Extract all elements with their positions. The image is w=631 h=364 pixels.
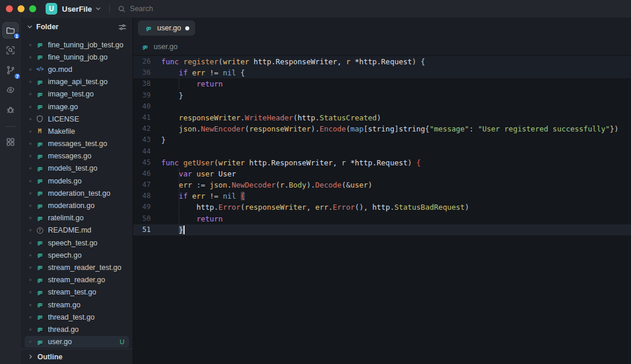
file-dot-icon [29,155,32,157]
file-dot-icon [29,143,32,145]
file-row[interactable]: gospeech.go [25,249,129,261]
go-file-icon: go [35,203,44,209]
go-file-icon: go [35,302,44,307]
file-row[interactable]: gostream_reader.go [25,274,129,286]
file-row[interactable]: gomessages_test.go [25,138,129,150]
line-number: 46 [133,168,161,179]
file-row[interactable]: gomodels.go [25,175,129,187]
code-line[interactable]: 47 err := json.NewDecoder(r.Body).Decode… [133,179,631,190]
code-line[interactable]: 46 var user User [133,168,631,179]
extensions-button[interactable] [2,134,19,150]
go-file-icon: go [35,166,44,171]
file-row[interactable]: gothread_test.go [25,311,129,323]
file-name: image.go [48,103,127,111]
code-line[interactable]: 40 [133,101,631,112]
debug-panel-button[interactable] [2,102,19,118]
project-badge[interactable]: U [46,3,57,15]
file-row[interactable]: LICENSE [25,113,129,125]
go-file-icon: go [35,278,44,283]
code-line[interactable]: 49 http.Error(responseWriter, err.Error(… [133,202,631,213]
go-file-icon: go [35,92,44,97]
code-line[interactable]: 38 return [133,78,631,89]
file-row[interactable]: goimage.go [25,100,129,113]
code-line[interactable]: 50 return [133,213,631,224]
file-row[interactable]: goimage_api_test.go [25,76,129,88]
breadcrumb-label: user.go [154,43,178,51]
line-number: 43 [133,134,161,145]
file-dot-icon [29,291,32,293]
close-window-button[interactable] [6,5,13,12]
file-row[interactable]: ?README.md [25,224,129,237]
code-line[interactable]: 36 if err != nil { [133,67,631,78]
text-cursor [183,226,185,234]
code-line[interactable]: 43} [133,134,631,145]
file-row[interactable]: gomoderation.go [25,199,129,212]
file-name: stream_reader_test.go [48,264,127,272]
file-dot-icon [29,81,32,83]
file-dot-icon [29,56,32,58]
file-row[interactable]: gomessages.go [25,150,129,162]
go-file-icon: go [35,154,44,159]
file-row[interactable]: gostream_test.go [25,286,129,299]
go-file-icon: go [35,339,44,345]
project-name[interactable]: UserFile [62,5,92,13]
project-panel-button[interactable]: 1 [2,22,19,39]
code-line[interactable]: 41 responseWriter.WriteHeader(http.Statu… [133,112,631,123]
go-file-icon: go [35,54,44,60]
code-line[interactable]: 44 [133,146,631,157]
file-row[interactable]: MMakefile [25,125,129,137]
file-row[interactable]: goratelimit.go [25,212,129,224]
code-line[interactable]: 26func register(writer http.ResponseWrit… [133,56,631,67]
search-panel-button[interactable] [2,42,19,58]
file-row[interactable]: gofine_tuning_job.go [25,51,129,63]
titlebar-divider [109,5,110,13]
file-row[interactable]: goimage_test.go [25,88,129,100]
git-panel-button[interactable]: 7 [2,62,19,78]
zoom-window-button[interactable] [29,5,36,12]
filter-icon[interactable] [118,23,127,32]
file-row[interactable]: gothread.go [25,323,129,335]
breadcrumb[interactable]: go user.go [133,39,631,55]
file-name: fine_tuning_job_test.go [48,41,127,49]
file-dot-icon [29,217,32,219]
file-dot-icon [29,229,32,231]
file-row[interactable]: gostream_reader_test.go [25,261,129,273]
code-line[interactable]: 42 json.NewEncoder(responseWriter).Encod… [133,123,631,134]
folder-section-header[interactable]: Folder [21,18,133,36]
line-number: 39 [133,90,161,101]
code-line[interactable]: 51 } [133,224,631,235]
code-line[interactable]: 45func getUser(writer http.ResponseWrite… [133,157,631,168]
go-file-icon: go [35,290,44,295]
activity-rail: 1 7 [0,18,21,364]
go-file-icon: go [35,42,44,47]
tab-user-go[interactable]: go user.go [138,20,195,36]
file-name: moderation.go [48,202,127,210]
file-row[interactable]: gomoderation_test.go [25,187,129,199]
traffic-lights [6,5,36,12]
file-row[interactable]: gofine_tuning_job_test.go [25,39,129,51]
minimize-window-button[interactable] [18,5,25,12]
global-search[interactable]: Search [118,5,153,13]
file-row[interactable]: gostream.go [25,299,129,311]
file-name: go.mod [48,65,127,74]
file-row[interactable]: </>go.mod [25,63,129,75]
file-row[interactable]: gospeech_test.go [25,237,129,249]
preview-panel-button[interactable] [2,82,19,98]
go-file-icon: go [35,216,44,221]
code-line[interactable]: 48 if err != nil { [133,190,631,202]
file-dot-icon [29,328,32,331]
code-line[interactable]: 39 } [133,90,631,101]
file-dot-icon [29,279,32,281]
line-number: 38 [133,78,161,89]
modified-dot-icon[interactable] [185,26,189,30]
chevron-down-icon[interactable] [95,6,101,12]
file-row[interactable]: gouser.goU [25,336,129,348]
go-file-icon: go [35,104,44,109]
go-file-icon: go [35,178,44,183]
go-file-icon: go [35,327,44,332]
file-row[interactable]: gomodels_test.go [25,162,129,175]
line-number: 40 [133,101,161,112]
line-number: 44 [133,146,161,157]
go-file-icon: go [144,26,153,31]
outline-section-header[interactable]: Outline [21,349,133,364]
